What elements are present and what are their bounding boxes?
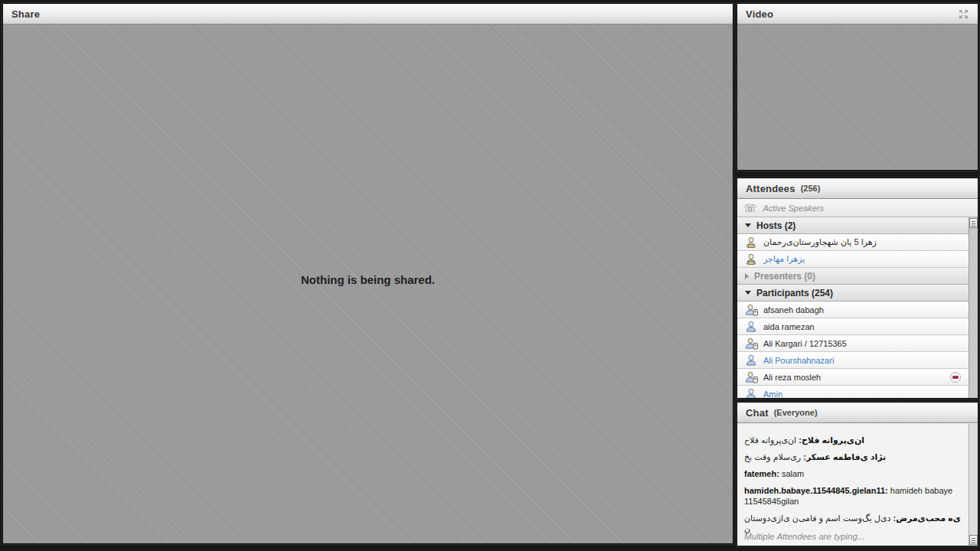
hosts-section-label: Hosts (2)	[756, 220, 795, 231]
chat-pod-title: Chat	[746, 407, 769, 419]
host-person-icon	[745, 253, 759, 266]
video-content-area	[737, 25, 978, 170]
chat-sender: ی‌ه محب‌ی‌مرض:	[893, 514, 961, 523]
person-icon	[745, 321, 759, 333]
chevron-right-icon	[745, 273, 749, 279]
attendee-row[interactable]: afsaneh dabagh	[737, 302, 969, 318]
share-pod-title: Share	[11, 8, 40, 20]
person-with-device-icon	[745, 304, 759, 316]
chat-scrollbar-thumb[interactable]	[969, 535, 978, 545]
presenters-section-label: Presenters (0)	[754, 271, 815, 282]
chat-text: ان‌ی‌پروانه فلاح	[744, 435, 796, 445]
participants-section-header[interactable]: Participants (254)	[737, 285, 969, 302]
chat-sender: hamideh.babaye.11544845.gielan11:	[744, 486, 888, 495]
chat-scope: (Everyone)	[774, 408, 818, 417]
person-icon	[745, 354, 759, 367]
chevron-down-icon	[745, 291, 751, 295]
stepped-away-status-icon	[950, 372, 961, 383]
attendee-row[interactable]: Ali Pourshahnazari	[737, 352, 969, 369]
chevron-down-icon	[745, 223, 751, 227]
person-with-device-icon	[745, 371, 759, 383]
chat-message-list: ان‌ی‌پروانه فلاح: ان‌ی‌پروانه فلاح نژاد …	[737, 424, 969, 546]
person-icon	[745, 388, 759, 399]
share-pod: Share Nothing is being shared.	[2, 3, 733, 544]
attendee-name: Ali Kargari / 12715365	[763, 339, 847, 348]
attendees-pod-title: Attendees	[746, 183, 795, 194]
attendee-name: Ali Pourshahnazari	[763, 356, 834, 365]
hosts-section-header[interactable]: Hosts (2)	[737, 217, 969, 234]
chat-text: salam	[782, 469, 804, 478]
video-pod-title: Video	[746, 8, 773, 20]
attendees-scrollbar[interactable]	[969, 217, 978, 398]
attendee-name: Amin	[763, 390, 782, 399]
fullscreen-icon[interactable]	[957, 8, 969, 20]
chat-message: ان‌ی‌پروانه فلاح: ان‌ی‌پروانه فلاح	[744, 435, 964, 445]
video-pod-header[interactable]: Video	[737, 4, 978, 24]
attendee-row[interactable]: aida ramezan	[737, 318, 969, 335]
presenters-section-header[interactable]: Presenters (0)	[737, 268, 969, 285]
attendee-row-host[interactable]: یزهرا مهاجر	[737, 251, 969, 268]
attendee-row[interactable]: Ali reza mosleh	[737, 369, 969, 386]
attendee-name: زهرا 5 یان شهجاورستان‌ی‌رحمان	[763, 237, 877, 247]
person-with-device-icon	[745, 337, 759, 350]
chat-message: ی‌ه محب‌ی‌مرض: دی‌ل بگ‌وست اسم و فامی‌ن …	[744, 513, 964, 534]
attendees-scrollbar-thumb[interactable]	[969, 218, 978, 228]
video-pod: Video	[737, 3, 978, 171]
attendee-name: afsaneh dabagh	[763, 305, 824, 315]
chat-pod: Chat (Everyone) ان‌ی‌پروانه فلاح: ان‌ی‌پ…	[737, 402, 978, 546]
attendees-count: (256)	[801, 184, 821, 193]
chat-sender: fatemeh:	[744, 469, 779, 478]
attendees-pod-header[interactable]: Attendees (256)	[737, 178, 978, 199]
active-speakers-label: Active Speakers	[763, 204, 824, 213]
active-speakers-row[interactable]: ☏ Active Speakers	[737, 199, 978, 217]
chat-message: hamideh.babaye.11544845.gielan11: hamide…	[744, 485, 964, 507]
chat-scrollbar[interactable]	[969, 424, 978, 546]
attendee-row[interactable]: Ali Kargari / 12715365	[737, 335, 969, 352]
chat-sender: ان‌ی‌پروانه فلاح:	[799, 435, 864, 445]
share-empty-message: Nothing is being shared.	[301, 273, 435, 295]
chat-text: ری‌سلام وقت بخ	[744, 452, 801, 461]
participants-section-label: Participants (254)	[756, 288, 833, 298]
share-pod-header[interactable]: Share	[3, 4, 733, 24]
chat-text: دی‌ل بگ‌وست اسم و فامی‌ن ی‌ازی‌دوستان ن	[744, 514, 890, 533]
typing-indicator: Multiple Attendees are typing...	[744, 532, 864, 541]
attendee-name: aida ramezan	[763, 322, 815, 331]
attendee-row-host[interactable]: زهرا 5 یان شهجاورستان‌ی‌رحمان	[737, 234, 969, 251]
chat-pod-header[interactable]: Chat (Everyone)	[737, 403, 978, 423]
attendee-row[interactable]: Amin	[737, 386, 969, 399]
chat-message: نژاد ی‌فاطمه عسکر: ری‌سلام وقت بخ	[744, 452, 964, 462]
attendee-name: یزهرا مهاجر	[763, 254, 805, 264]
phone-speaker-icon: ☏	[743, 203, 757, 214]
chat-sender: نژاد ی‌فاطمه عسکر:	[803, 452, 886, 461]
attendees-pod: Attendees (256) ☏ Active Speakers Hosts …	[737, 178, 978, 399]
attendee-name: Ali reza mosleh	[763, 373, 821, 382]
chat-message: fatemeh: salam	[744, 468, 964, 479]
share-content-area: Nothing is being shared.	[3, 25, 733, 543]
host-person-icon	[745, 236, 759, 249]
